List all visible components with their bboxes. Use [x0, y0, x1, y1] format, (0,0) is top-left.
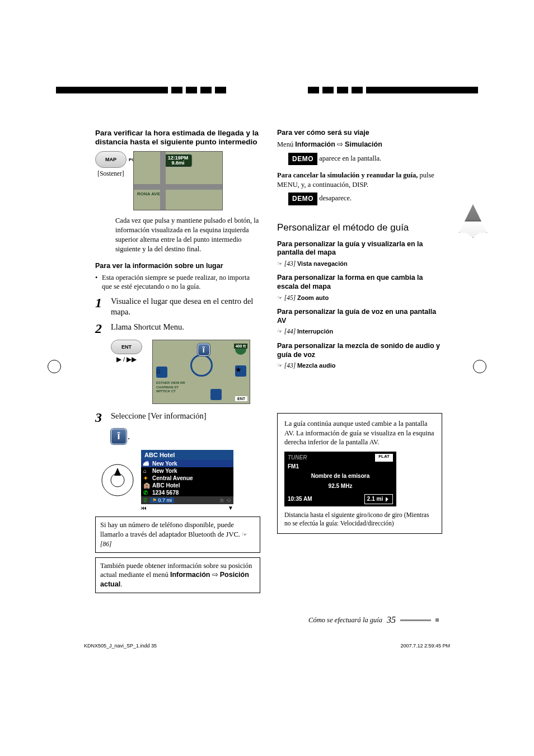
- footer-section-title: Cómo se efectuará la guía: [308, 616, 382, 624]
- footer-page-number: 35: [387, 615, 396, 625]
- demo-badge: DEMO: [288, 153, 317, 165]
- heading-personalizar: Personalizar el método de guía: [277, 222, 442, 233]
- page-footer: Cómo se efectuará la guía 35: [308, 615, 439, 625]
- hotel-row: 🏙New York: [141, 460, 233, 467]
- step-1-number: 1: [95, 296, 105, 309]
- heading-p2: Para personalizar la forma en que cambia…: [277, 274, 442, 291]
- hold-label: [Sostener]: [95, 170, 127, 177]
- note-position: También puede obtener información sobre …: [95, 557, 260, 594]
- av-info-box: La guía continúa aunque usted cambie a l…: [277, 413, 442, 534]
- step-3-text: Seleccione [Ver información]: [111, 411, 207, 421]
- hotel-row: ✆1234 5678: [141, 489, 233, 496]
- heading-verinfolugar: Para ver la información sobre un lugar: [95, 262, 260, 271]
- prev-track-icon: ⏮: [141, 505, 147, 511]
- info-bullet: Esta operación siempre se puede realizar…: [102, 273, 260, 292]
- crosshair-left: [48, 360, 61, 373]
- page-content: Para verificar la hora estimada de llega…: [95, 129, 442, 598]
- screenshot-av-screen: TUNERFLAT FM1 Nombre de la emisora 92.5 …: [284, 452, 396, 506]
- shortcut-scale-badge: 400 ft: [234, 344, 247, 349]
- eta-time-badge: 12:19PM9.6mi: [164, 154, 193, 167]
- down-arrow-icon: ▼: [228, 505, 233, 511]
- left-column: Para verificar la hora estimada de llega…: [95, 129, 260, 598]
- shortcut-ent-label: ENT: [235, 396, 247, 401]
- heading-p4: Para personalizar la mezcla de sonido de…: [277, 342, 442, 359]
- screenshot-hotel-info: ABC Hotel 🏙New York ⌂New York ✦Central A…: [141, 450, 233, 504]
- av-clock: 10:35 AM: [288, 495, 312, 503]
- right-column: Para ver cómo será su viaje Menú Informa…: [277, 129, 442, 598]
- svg-marker-2: [114, 468, 121, 476]
- info-icon: î: [111, 429, 127, 444]
- eta-description: Cada vez que pulsa y mantiene pulsado el…: [115, 216, 260, 254]
- step-2-number: 2: [95, 322, 105, 335]
- map-button[interactable]: MAP: [95, 151, 127, 168]
- hotel-row: 🏨ABC Hotel: [141, 482, 233, 489]
- hotel-title: ABC Hotel: [141, 450, 233, 460]
- nav-arrow-icon: [459, 204, 487, 238]
- av-caption: Distancia hasta el siguiente giro/icono …: [284, 511, 435, 528]
- heading-vertrip: Para ver cómo será su viaje: [277, 129, 442, 138]
- print-timestamp: 2007.7.12 2:59:45 PM: [400, 643, 450, 649]
- disc-icon: [101, 463, 134, 497]
- step-3-number: 3: [95, 411, 105, 424]
- av-intro-text: La guía continúa aunque usted cambie a l…: [284, 419, 435, 448]
- print-footer: KDNX505_J_navi_SP_1.indd 35 2007.7.12 2:…: [84, 643, 450, 649]
- demo-badge: DEMO: [288, 192, 317, 205]
- print-filename: KDNX505_J_navi_SP_1.indd 35: [84, 643, 157, 649]
- heading-p1: Para personalizar la guía y visualizarla…: [277, 240, 442, 257]
- ent-sublabel: ▶ / ▶▶: [111, 355, 142, 363]
- heading-p3: Para personalizar la guía de voz en una …: [277, 308, 442, 325]
- ent-button[interactable]: ENT: [111, 340, 142, 354]
- note-phone: Si hay un número de teléfono disponible,…: [95, 516, 260, 553]
- screenshot-map-eta: 12:19PM9.6mi RONA AVE: [133, 151, 223, 210]
- heading-eta: Para verificar la hora estimada de llega…: [95, 129, 260, 147]
- crosshair-right: [473, 360, 486, 373]
- step-2-text: Llama Shortcut Menu.: [111, 322, 184, 332]
- hotel-row: ✦Central Avenue: [141, 475, 233, 482]
- eta-roadname: RONA AVE: [137, 191, 160, 196]
- step-1-text: Visualice el lugar que desea en el centr…: [111, 296, 260, 317]
- print-registration-marks: [0, 87, 534, 98]
- screenshot-shortcut-menu: î ⌂ ★ 400 ft ENT ESTHER VIEW DR CHAPMAN …: [152, 340, 250, 404]
- hotel-row: ⌂New York: [141, 467, 233, 475]
- av-distance-badge: 2.1 mi ⏵: [364, 494, 393, 504]
